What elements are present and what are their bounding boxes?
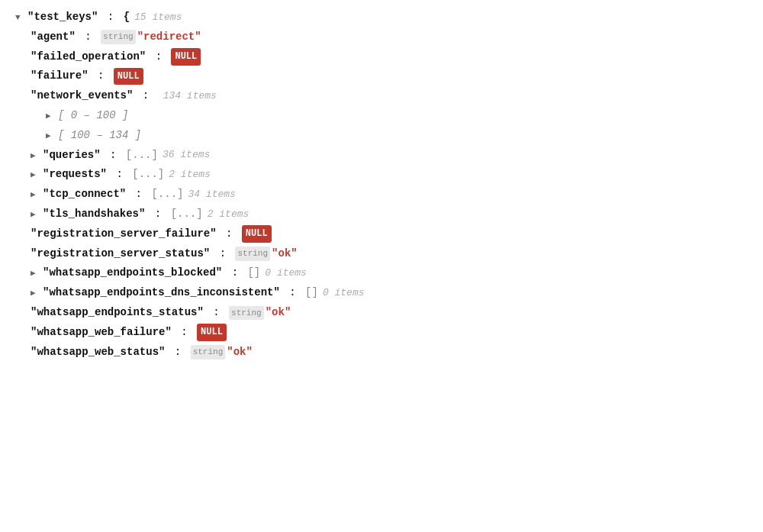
network-events-range2: [ 100 – 134 ] — [58, 127, 141, 145]
reg-server-failure-row: "registration_server_failure" : NULL — [15, 224, 748, 244]
queries-row: "queries" : [...] 36 items — [15, 146, 748, 166]
queries-key: "queries" — [43, 147, 101, 165]
json-viewer: "test_keys" : { 15 items "agent" : strin… — [15, 8, 748, 362]
root-key: "test_keys" — [27, 8, 98, 27]
failure-null: NULL — [114, 68, 143, 85]
wp-endpoints-status-value: "ok" — [266, 304, 291, 322]
wp-web-failure-null: NULL — [197, 324, 227, 340]
requests-count: 2 items — [169, 166, 211, 183]
agent-key: "agent" — [31, 28, 76, 47]
reg-server-failure-null: NULL — [242, 225, 272, 242]
tcp-connect-row: "tcp_connect" : [...] 34 items — [15, 185, 748, 205]
failure-key: "failure" — [31, 67, 89, 85]
root-colon: : — [101, 8, 120, 27]
requests-brackets: [...] — [132, 166, 164, 184]
agent-type-badge: string — [101, 30, 136, 44]
root-row: "test_keys" : { 15 items — [15, 8, 748, 27]
queries-count: 36 items — [163, 147, 210, 163]
wp-endpoints-blocked-arrow[interactable] — [31, 264, 43, 282]
wp-web-failure-key: "whatsapp_web_failure" — [31, 324, 172, 342]
wp-web-status-type-badge: string — [191, 345, 226, 360]
wp-endpoints-status-type-badge: string — [229, 306, 264, 321]
wp-web-status-value: "ok" — [227, 343, 253, 362]
reg-server-failure-key: "registration_server_failure" — [31, 225, 217, 243]
wp-endpoints-dns-brackets: [] — [305, 284, 318, 302]
wp-endpoints-dns-key: "whatsapp_endpoints_dns_inconsistent" — [43, 284, 280, 302]
wp-web-status-row: "whatsapp_web_status" : string "ok" — [15, 343, 748, 363]
wp-endpoints-blocked-key: "whatsapp_endpoints_blocked" — [43, 264, 222, 282]
failed-operation-row: "failed_operation" : NULL — [15, 47, 748, 67]
wp-web-status-key: "whatsapp_web_status" — [31, 343, 165, 362]
network-events-range1-arrow[interactable] — [46, 107, 58, 125]
network-events-key: "network_events" — [31, 87, 133, 105]
wp-endpoints-blocked-row: "whatsapp_endpoints_blocked" : [] 0 item… — [15, 263, 748, 283]
wp-endpoints-status-row: "whatsapp_endpoints_status" : string "ok… — [15, 303, 748, 323]
tls-handshakes-arrow[interactable] — [31, 205, 43, 224]
queries-brackets: [...] — [126, 147, 158, 165]
agent-value: "redirect" — [137, 28, 201, 47]
wp-endpoints-blocked-count: 0 items — [265, 265, 307, 282]
wp-endpoints-status-key: "whatsapp_endpoints_status" — [31, 304, 204, 322]
agent-row: "agent" : string "redirect" — [15, 27, 748, 47]
tls-handshakes-key: "tls_handshakes" — [43, 205, 145, 224]
tls-handshakes-brackets: [...] — [171, 205, 203, 224]
tcp-connect-key: "tcp_connect" — [43, 185, 126, 204]
reg-server-status-type-badge: string — [235, 247, 270, 261]
tls-handshakes-row: "tls_handshakes" : [...] 2 items — [15, 205, 748, 224]
queries-arrow[interactable] — [31, 147, 43, 165]
requests-key: "requests" — [43, 166, 107, 184]
network-events-count: 134 items — [163, 88, 217, 105]
wp-endpoints-dns-count: 0 items — [323, 285, 365, 301]
failed-operation-key: "failed_operation" — [31, 48, 146, 66]
tcp-connect-arrow[interactable] — [31, 185, 43, 204]
requests-arrow[interactable] — [31, 166, 43, 184]
network-events-range1-row: [ 0 – 100 ] — [15, 106, 748, 126]
network-events-range2-row: [ 100 – 134 ] — [15, 126, 748, 146]
failed-operation-null: NULL — [171, 48, 201, 65]
reg-server-status-row: "registration_server_status" : string "o… — [15, 244, 748, 264]
network-events-range1: [ 0 – 100 ] — [58, 107, 128, 125]
root-brace: { — [124, 8, 130, 27]
tls-handshakes-count: 2 items — [208, 206, 250, 223]
network-events-range2-arrow[interactable] — [46, 127, 58, 145]
wp-web-failure-row: "whatsapp_web_failure" : NULL — [15, 323, 748, 343]
root-count: 15 items — [134, 9, 182, 26]
requests-row: "requests" : [...] 2 items — [15, 165, 748, 185]
network-events-header-row: "network_events" : 134 items — [15, 86, 748, 106]
tcp-connect-brackets: [...] — [151, 185, 183, 204]
root-expand-arrow[interactable] — [15, 8, 27, 27]
wp-endpoints-blocked-brackets: [] — [247, 264, 260, 282]
wp-endpoints-dns-arrow[interactable] — [31, 284, 43, 302]
reg-server-status-value: "ok" — [272, 245, 298, 263]
reg-server-status-key: "registration_server_status" — [31, 245, 210, 263]
failure-row: "failure" : NULL — [15, 66, 748, 86]
wp-endpoints-dns-row: "whatsapp_endpoints_dns_inconsistent" : … — [15, 283, 748, 303]
tcp-connect-count: 34 items — [188, 186, 235, 203]
